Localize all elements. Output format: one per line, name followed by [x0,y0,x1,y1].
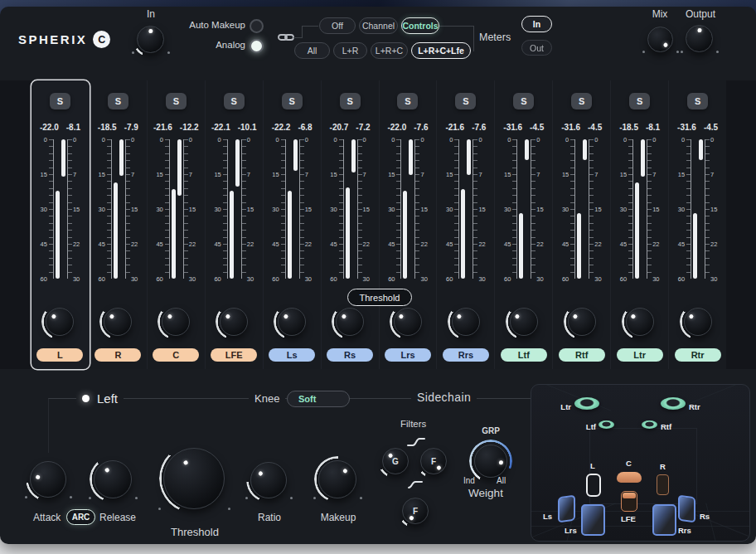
surround-visualizer: Ltr Rtr Ltf Rtf L C R LFE Ls Rs Lrs Rrs [531,384,750,542]
solo-button[interactable]: S [340,93,361,109]
link-mode-controls-button[interactable]: Controls [401,17,439,34]
link-mode-off-button[interactable]: Off [319,17,356,34]
channel-label-L[interactable]: L [36,348,83,362]
link-connector-line [302,26,318,27]
analog-toggle[interactable] [250,39,264,53]
speaker-rtf[interactable] [642,420,657,429]
ratio-label: Ratio [258,512,281,523]
threshold-tooltip: Threshold [347,289,412,306]
channel-threshold-knob[interactable] [568,308,596,336]
attack-knob[interactable] [30,461,66,498]
speaker-r[interactable] [657,474,669,495]
auto-makeup-toggle[interactable] [250,19,264,33]
solo-button[interactable]: S [455,93,476,109]
meter-values: -20.7-7.2 [330,123,371,134]
gr-value: -8.1 [646,123,660,134]
channel-threshold-knob[interactable] [394,308,422,336]
arc-button[interactable]: ARC [66,509,95,525]
logo-badge-icon: C [93,31,110,48]
channel-strip-Ltf: S-31.6-4.501530456007152230Ltf [495,80,553,369]
channel-label-Rtr[interactable]: Rtr [675,348,721,362]
makeup-knob[interactable] [318,460,356,498]
speaker-rtr[interactable] [661,397,686,410]
channel-threshold-knob[interactable] [684,308,712,336]
speaker-label-c: C [626,459,632,468]
output-knob[interactable] [686,25,713,52]
meter-values: -22.0-7.6 [387,123,428,134]
makeup-label: Makeup [321,512,356,523]
gain-reduction-bar [409,139,413,175]
channel-label-Ls[interactable]: Ls [269,348,315,362]
speaker-label-ls: Ls [543,512,552,521]
channel-label-Rrs[interactable]: Rrs [443,348,489,362]
channel-strip-L: S-22.0-8.101530456007152230L [32,80,90,369]
speaker-ltf[interactable] [598,420,614,429]
meter-ruler [414,139,419,279]
meter-values: -22.1-10.1 [211,123,257,134]
speaker-ls[interactable] [558,495,575,523]
speaker-rrs[interactable] [652,504,676,536]
channel-label-Rtf[interactable]: Rtf [559,348,605,362]
level-bar [288,191,292,279]
solo-button[interactable]: S [50,93,70,109]
solo-button[interactable]: S [629,93,650,109]
channel-label-Rs[interactable]: Rs [327,348,373,362]
channel-threshold-knob[interactable] [626,308,654,336]
meter-ruler [49,139,54,279]
channel-threshold-knob[interactable] [452,308,480,336]
logo-text: SPHERIX [18,32,87,46]
release-knob[interactable] [94,460,132,498]
weight-label: Weight [468,487,503,499]
solo-button[interactable]: S [687,93,708,109]
meters-out-button[interactable]: Out [521,40,552,56]
channel-label-Ltr[interactable]: Ltr [617,348,663,362]
channel-threshold-knob[interactable] [510,308,538,336]
weight-knob[interactable] [474,445,507,478]
channel-meter: 01530456007152230 [500,139,547,279]
sidechain-freq2-knob[interactable]: F [402,498,429,524]
input-gain-knob[interactable] [137,26,164,53]
solo-button[interactable]: S [166,93,187,109]
channel-label-Lrs[interactable]: Lrs [385,348,431,362]
speaker-c[interactable] [617,472,642,483]
channel-threshold-knob[interactable] [104,308,132,336]
speaker-l[interactable] [586,474,601,497]
speaker-rs[interactable] [678,495,695,523]
link-mode-channel-button[interactable]: Channel [359,17,398,34]
ratio-knob[interactable] [250,462,287,498]
mix-knob[interactable] [647,27,673,52]
filters-label: Filters [400,419,426,429]
level-value: -20.7 [330,123,349,134]
channel-threshold-knob[interactable] [278,308,306,336]
solo-button[interactable]: S [282,93,303,109]
link-group-lrclfe-button[interactable]: L+R+C+Lfe [411,42,471,59]
channel-label-Ltf[interactable]: Ltf [501,348,547,362]
solo-button[interactable]: S [397,93,418,109]
solo-button[interactable]: S [513,93,534,109]
speaker-lfe[interactable] [621,491,637,512]
channel-label-C[interactable]: C [153,348,199,362]
sidechain-gain-knob[interactable]: G [382,448,409,474]
channel-threshold-knob[interactable] [46,308,74,336]
meter-values: -18.5-8.1 [619,123,660,134]
channel-threshold-knob[interactable] [336,308,364,336]
solo-button[interactable]: S [224,93,245,109]
channel-label-R[interactable]: R [94,348,141,362]
ind-label: Ind [463,476,475,485]
sidechain-freq-knob[interactable]: F [420,448,447,474]
speaker-lrs[interactable] [581,504,605,536]
knee-dropdown[interactable]: Soft [287,391,350,407]
link-group-lr-button[interactable]: L+R [333,42,367,59]
link-group-lrc-button[interactable]: L+R+C [371,42,408,59]
gain-reduction-bar [235,139,240,187]
speaker-ltr[interactable] [574,397,599,410]
link-group-all-button[interactable]: All [294,42,330,59]
threshold-knob[interactable] [163,448,225,509]
solo-button[interactable]: S [108,93,128,109]
meters-in-button[interactable]: In [521,16,552,32]
channel-threshold-knob[interactable] [162,308,190,336]
channel-label-LFE[interactable]: LFE [211,348,257,362]
channel-meter: 01530456007152230 [36,139,84,279]
channel-threshold-knob[interactable] [220,308,248,336]
solo-button[interactable]: S [571,93,592,109]
